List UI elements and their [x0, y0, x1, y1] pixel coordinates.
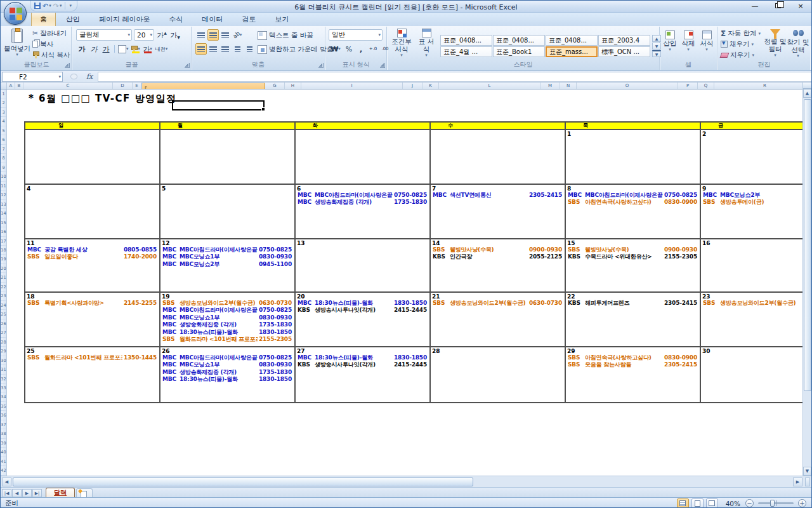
comma-format-button[interactable]: , [355, 43, 367, 55]
scroll-up-button[interactable]: ▲ [803, 89, 811, 98]
row-header[interactable]: 6 [1, 135, 6, 144]
next-sheet-button[interactable]: ▶ [22, 489, 32, 497]
zoom-level[interactable]: 40% [726, 500, 740, 507]
calendar-cell[interactable]: 25SBS월화드라마 <101번째 프로포즈>(1350-1445 [25, 347, 160, 402]
ribbon-tab-3[interactable]: 페이지 레이아웃 [90, 11, 159, 26]
insert-function-button[interactable]: fx [86, 72, 93, 81]
row-header[interactable]: 41 [1, 457, 6, 466]
row-header[interactable]: 21 [1, 273, 6, 282]
calendar-cell[interactable]: 28 [431, 347, 566, 402]
scroll-left-button[interactable]: ◀ [2, 478, 11, 486]
horizontal-scroll-thumb[interactable] [13, 478, 473, 486]
column-header[interactable]: E [133, 83, 141, 89]
align-left-button[interactable] [195, 43, 207, 55]
calendar-weekday-header[interactable]: 월 [160, 123, 296, 129]
column-header[interactable]: B [15, 83, 23, 89]
zoom-slider-thumb[interactable] [770, 500, 775, 507]
bold-button[interactable]: 가 [76, 43, 88, 55]
row-header[interactable]: 17 [1, 237, 6, 246]
font-size-select[interactable]: 20▾ [134, 29, 154, 41]
row-header[interactable]: 39 [1, 439, 6, 448]
calendar-cell[interactable]: 5 [160, 185, 296, 238]
percent-format-button[interactable]: % [343, 43, 355, 55]
row-header[interactable]: 34 [1, 392, 6, 401]
row-header[interactable]: 36 [1, 411, 6, 420]
calendar-cell[interactable] [25, 130, 160, 184]
decrease-indent-button[interactable] [232, 43, 243, 55]
style-gallery-item[interactable]: 표준_0408... [493, 35, 545, 46]
ribbon-tab-4[interactable]: 수식 [160, 11, 192, 26]
font-dialog-launcher[interactable] [185, 63, 190, 68]
sort-filter-button[interactable]: 정렬 및필터▾ [764, 29, 787, 58]
format-as-table-button[interactable]: 표 서식▾ [416, 29, 436, 58]
column-header[interactable]: N [560, 83, 577, 89]
redo-button[interactable]: ↷▾ [53, 2, 62, 10]
calendar-cell[interactable]: 13 [296, 239, 431, 291]
style-gallery-item[interactable]: 표준_4월 ... [440, 46, 492, 57]
clipboard-dialog-launcher[interactable] [65, 63, 70, 68]
fill-button[interactable]: 채우기▾ [721, 39, 761, 50]
row-header[interactable]: 22 [1, 283, 6, 291]
row-header[interactable]: 19 [1, 255, 6, 264]
alignment-dialog-launcher[interactable] [318, 63, 324, 68]
calendar-cell[interactable]: 30 [701, 347, 802, 402]
row-header[interactable]: 38 [1, 429, 6, 438]
column-header[interactable]: D [113, 83, 133, 89]
conditional-formatting-button[interactable]: 조건부 서식▾ [388, 29, 415, 58]
scroll-right-button[interactable]: ▶ [793, 478, 802, 486]
format-cells-button[interactable]: 서식▾ [698, 30, 716, 52]
calendar-cell[interactable]: 2 [701, 130, 802, 184]
row-header[interactable]: 14 [1, 209, 6, 218]
delete-cells-button[interactable]: 삭제▾ [679, 30, 697, 52]
calendar-cell[interactable]: 9MBCMBC모닝쇼2부SBS생방송투데이(금) [701, 185, 802, 238]
row-header[interactable]: 4 [1, 117, 6, 126]
split-handle[interactable] [803, 83, 811, 89]
number-format-select[interactable]: 일반▾ [329, 29, 383, 41]
save-button[interactable] [34, 3, 41, 9]
cut-button[interactable]: ✂잘라내기 [32, 28, 70, 39]
office-button[interactable] [4, 2, 27, 25]
name-box[interactable]: F2▾ [2, 72, 63, 82]
view-normal-button[interactable] [677, 498, 689, 508]
increase-indent-button[interactable] [244, 43, 255, 55]
calendar-weekday-header[interactable]: 일 [25, 123, 160, 129]
calendar-cell[interactable]: 16 [701, 239, 802, 291]
fill-color-button[interactable]: ▾ [130, 43, 141, 55]
row-header[interactable]: 25 [1, 310, 6, 319]
insert-worksheet-tab[interactable] [76, 488, 93, 497]
sheet-tab-calendar[interactable]: 달력 [46, 488, 75, 497]
increase-decimal-button[interactable]: +.0 [367, 43, 379, 55]
italic-button[interactable]: 가 [88, 43, 100, 55]
row-header[interactable]: 26 [1, 319, 6, 328]
copy-button[interactable]: 복사 [32, 39, 70, 50]
column-header[interactable]: G [265, 83, 285, 89]
horizontal-scrollbar[interactable]: ◀ ▶ [1, 476, 811, 487]
calendar-cell[interactable]: 18SBS특별기획<사랑과야망>2145-2255 [25, 293, 160, 346]
row-header[interactable]: 15 [1, 218, 6, 227]
align-right-button[interactable] [219, 43, 231, 55]
first-sheet-button[interactable]: |◀ [2, 489, 11, 497]
calendar-cell[interactable]: 27MBC18:30뉴스(띠물)-월화1830-1850KBS생방송시사투나잇(… [296, 347, 431, 402]
calendar-cell[interactable]: 7MBC섹션TV연예통신2305-2415 [431, 185, 566, 238]
underline-button[interactable]: 가 [100, 43, 112, 55]
row-header[interactable]: 3 [1, 108, 6, 117]
column-header[interactable]: R [714, 83, 802, 89]
row-header[interactable]: 18 [1, 246, 6, 255]
format-painter-button[interactable]: 서식 복사 [32, 50, 70, 60]
column-header[interactable]: C [23, 83, 113, 89]
calendar-cell[interactable]: 15SBS웰빙맛사냥(수목)0900-0930KBS수목드라마 <위대한유산>2… [566, 239, 701, 291]
calendar-cell[interactable]: 26MBCMBC아침드라마(이제사랑은끝났다:0750-0825MBCMBC모닝… [160, 347, 296, 402]
select-all-corner[interactable] [1, 83, 7, 89]
row-header[interactable]: 29 [1, 347, 6, 356]
grow-font-button[interactable]: 가▲ [156, 29, 167, 41]
row-header[interactable]: 9 [1, 163, 6, 172]
row-header[interactable]: 23 [1, 291, 6, 300]
row-header[interactable]: 30 [1, 356, 6, 365]
align-top-button[interactable] [195, 29, 207, 41]
orientation-button[interactable]: ab▾ [232, 29, 243, 41]
qat-customize-button[interactable]: ▾ [69, 3, 72, 8]
ribbon-tab-7[interactable]: 보기 [266, 11, 298, 26]
calendar-weekday-header[interactable]: 금 [701, 123, 802, 129]
zoom-out-button[interactable]: − [745, 499, 754, 507]
calendar-cell[interactable]: 29SBS아침연속극(사랑하고싶다)0830-0900SBS웃음을 찾는사람들2… [566, 347, 701, 402]
